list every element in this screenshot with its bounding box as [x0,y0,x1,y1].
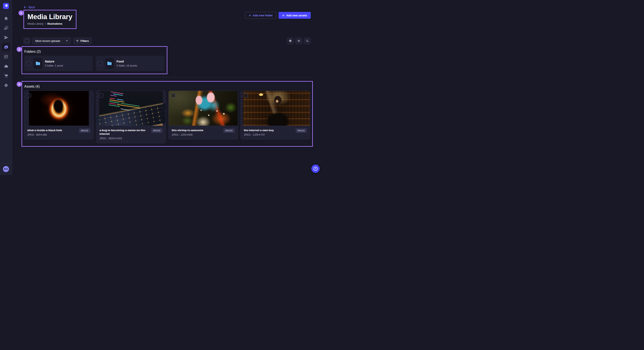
folder-icon [107,61,112,66]
sidebar-item-cloud[interactable] [2,62,10,70]
asset-meta: JPEG - 1200✕630 [172,133,204,136]
sidebar-item-home[interactable] [2,14,10,22]
sidebar-bottom-divider [0,163,12,164]
folder-card-nature[interactable]: Nature 0 folder, 1 asset [24,56,93,71]
annotation-box-1: 1 Media Library Media Library / Illustra… [24,10,76,29]
folder-tile [34,58,42,69]
asset-list: what-s-inside-a-black-hole JPEG - 800✕46… [24,91,310,143]
help-button[interactable]: ? [311,165,320,173]
sidebar-bottom: KD [0,160,12,175]
asset-checkbox[interactable] [171,93,176,98]
sidebar-item-content-manager[interactable] [2,52,10,61]
toolbar: Most recent uploads Filters [24,37,311,44]
sidebar-item-media-library[interactable] [2,43,10,51]
add-new-folder-button[interactable]: Add new folder [245,12,276,19]
filter-icon [76,39,79,42]
annotation-badge-3: 3 [16,82,22,87]
asset-card-shrimp[interactable]: this-shrimp-is-awesome JPEG - 1200✕630 I… [168,91,238,140]
folder-card-food[interactable]: Food 0 folder, 16 assets [96,56,164,71]
plus-icon [249,14,251,16]
library-portrait-image [243,91,310,126]
folder-name: Food [116,60,137,63]
chevron-down-icon [66,40,68,42]
asset-type-badge: IMAGE [79,128,90,133]
asset-info: a-bug-is-becoming-a-meme-on-the-internet… [100,128,148,140]
black-hole-image [29,91,89,126]
add-new-assets-label: Add new assets [286,14,307,17]
assets-section-title: Assets (4) [24,85,310,88]
back-link[interactable]: Back [24,5,35,9]
main-content: Back 1 Media Library Media Library / Ill… [12,0,322,175]
paper-plane-icon [4,35,8,40]
asset-name: this-shrimp-is-awesome [172,128,204,132]
folder-info: Food 0 folder, 16 assets [116,60,137,67]
images-icon [4,45,8,49]
asset-type-badge: IMAGE [296,128,307,133]
plus-icon [282,14,284,16]
asset-checkbox[interactable] [244,93,248,98]
filters-label: Filters [80,39,89,42]
settings-view-button[interactable] [287,37,294,44]
asset-thumbnail [96,91,166,126]
page-title: Media Library [28,13,72,21]
sort-dropdown[interactable]: Most recent uploads [32,37,71,44]
sidebar-item-release[interactable] [2,33,10,42]
home-icon [4,16,8,21]
asset-meta: JPEG - 800✕466 [27,133,62,136]
strapi-logo-icon [3,3,9,9]
cart-icon [4,74,8,78]
asset-info: this-shrimp-is-awesome JPEG - 1200✕630 [172,128,204,136]
user-avatar[interactable]: KD [3,166,9,172]
sidebar-item-settings[interactable] [2,81,10,90]
asset-card-footer: the-internet-s-own-boy JPEG - 1200✕707 I… [241,126,310,139]
asset-info: what-s-inside-a-black-hole JPEG - 800✕46… [27,128,62,136]
asset-meta: JPEG - 1200✕707 [244,133,274,136]
list-icon [297,39,300,42]
asset-card-black-hole[interactable]: what-s-inside-a-black-hole JPEG - 800✕46… [24,91,94,140]
back-label: Back [28,5,35,9]
mantis-shrimp-image [169,91,238,126]
feather-icon [4,26,8,30]
asset-meta: JPEG - 3628✕2419 [100,137,148,140]
asset-card-footer: what-s-inside-a-black-hole JPEG - 800✕46… [24,126,93,139]
gear-icon [4,83,8,88]
annotation-box-3: 3 Assets (4) what-s-inside-a-black-hole … [22,81,313,147]
annotation-badge-2: 2 [16,47,22,52]
list-view-button[interactable] [296,37,302,44]
sidebar: KD [0,0,12,175]
asset-thumbnail [24,91,93,126]
breadcrumb-current: Illustrations [47,22,62,25]
add-new-folder-label: Add new folder [253,14,273,17]
folders-section-title: Folders (2) [24,50,164,54]
asset-name: a-bug-is-becoming-a-meme-on-the-internet [100,128,148,136]
folder-meta: 0 folder, 16 assets [116,64,137,67]
folder-icon [35,61,40,66]
folder-list: Nature 0 folder, 1 asset Food 0 fol [24,56,164,71]
header-actions: Add new folder Add new assets [245,12,311,19]
add-new-assets-button[interactable]: Add new assets [278,12,311,19]
gear-icon [288,39,292,42]
search-button[interactable] [304,37,311,44]
select-all-checkbox[interactable] [24,37,30,44]
breadcrumb-parent[interactable]: Media Library [28,22,44,25]
folder-tile [105,58,114,69]
folder-checkbox[interactable] [98,61,102,65]
asset-checkbox[interactable] [99,93,103,98]
help-icon: ? [314,167,318,171]
header-row: 1 Media Library Media Library / Illustra… [24,10,311,29]
sidebar-item-marketplace[interactable] [2,71,10,80]
toolbar-left: Most recent uploads Filters [24,37,92,44]
asset-thumbnail [169,91,238,126]
breadcrumb: Media Library / Illustrations [28,22,72,25]
asset-card-bug-meme[interactable]: a-bug-is-becoming-a-meme-on-the-internet… [96,91,166,143]
search-icon [306,39,309,42]
asset-card-internets-own-boy[interactable]: the-internet-s-own-boy JPEG - 1200✕707 I… [241,91,310,140]
toolbar-right [287,37,311,44]
folder-meta: 0 folder, 1 asset [45,64,63,67]
filters-button[interactable]: Filters [73,37,92,44]
strapi-logo[interactable] [3,3,9,9]
media-library-app: KD Back 1 Media Library Media Library / … [0,0,322,175]
folder-checkbox[interactable] [26,61,31,65]
asset-checkbox[interactable] [27,93,31,98]
sidebar-item-content-type-builder[interactable] [2,24,10,32]
